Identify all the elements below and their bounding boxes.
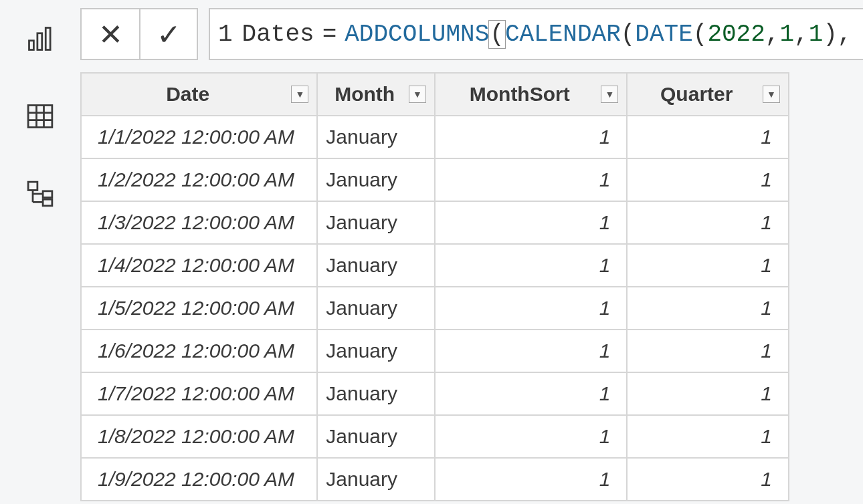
cell-monthsort[interactable]: 1 [436,330,628,373]
cell-quarter[interactable]: 1 [628,159,789,202]
report-view-icon[interactable] [21,20,59,57]
cell-quarter[interactable]: 1 [628,459,789,501]
open-paren: ( [488,20,506,49]
cell-date[interactable]: 1/7/2022 12:00:00 AM [82,373,318,416]
cell-monthsort[interactable]: 1 [436,159,628,202]
svg-rect-8 [28,182,37,190]
cell-monthsort[interactable]: 1 [436,459,628,501]
fn-addcolumns: ADDCOLUMNS [345,21,489,48]
arg-year: 2022 [707,21,765,48]
cell-monthsort[interactable]: 1 [436,116,628,159]
svg-rect-3 [28,106,52,128]
commit-button[interactable]: ✓ [139,9,197,59]
model-view-icon[interactable] [21,175,59,213]
cancel-button[interactable]: ✕ [82,9,139,59]
column-header-date[interactable]: Date ▼ [82,74,318,116]
view-sidebar [0,0,80,504]
formula-confirm-buttons: ✕ ✓ [80,8,198,60]
formula-bar[interactable]: 1 Dates = ADDCOLUMNS(CALENDAR(DATE(2022,… [209,8,863,60]
cell-quarter[interactable]: 1 [628,245,789,287]
cell-date[interactable]: 1/2/2022 12:00:00 AM [82,159,318,202]
cell-date[interactable]: 1/3/2022 12:00:00 AM [82,202,318,245]
table-header-row: Date ▼ Month ▼ MonthSort ▼ Quarter ▼ [82,74,789,116]
table-identifier: Dates [242,21,314,48]
check-icon: ✓ [157,17,181,51]
cell-monthsort[interactable]: 1 [436,287,628,330]
table-row[interactable]: 1/8/2022 12:00:00 AMJanuary11 [82,416,789,459]
cell-month[interactable]: January [318,202,436,245]
close-icon: ✕ [98,17,123,51]
equals-sign: = [322,21,337,48]
cell-month[interactable]: January [318,159,436,202]
close-paren: ) [823,21,838,48]
chevron-down-icon[interactable]: ▼ [291,86,308,103]
table-row[interactable]: 1/1/2022 12:00:00 AMJanuary11 [82,116,789,159]
table-row[interactable]: 1/5/2022 12:00:00 AMJanuary11 [82,287,789,330]
column-header-month[interactable]: Month ▼ [318,74,436,116]
table-row[interactable]: 1/9/2022 12:00:00 AMJanuary11 [82,459,789,501]
chevron-down-icon[interactable]: ▼ [763,86,780,103]
cell-month[interactable]: January [318,330,436,373]
cell-monthsort[interactable]: 1 [436,202,628,245]
cell-month[interactable]: January [318,245,436,287]
cell-quarter[interactable]: 1 [628,416,789,459]
data-table: Date ▼ Month ▼ MonthSort ▼ Quarter ▼ 1/1… [80,72,789,501]
cell-date[interactable]: 1/1/2022 12:00:00 AM [82,116,318,159]
cell-month[interactable]: January [318,116,436,159]
open-paren: ( [693,21,708,48]
open-paren: ( [621,21,636,48]
cell-quarter[interactable]: 1 [628,287,789,330]
cell-quarter[interactable]: 1 [628,116,789,159]
cell-quarter[interactable]: 1 [628,202,789,245]
arg-day: 1 [809,21,824,48]
table-row[interactable]: 1/6/2022 12:00:00 AMJanuary11 [82,330,789,373]
svg-rect-10 [43,199,52,206]
line-number: 1 [218,21,233,48]
table-row[interactable]: 1/7/2022 12:00:00 AMJanuary11 [82,373,789,416]
svg-rect-1 [37,33,42,50]
cell-quarter[interactable]: 1 [628,330,789,373]
cell-monthsort[interactable]: 1 [436,373,628,416]
svg-rect-0 [29,41,34,50]
cell-month[interactable]: January [318,416,436,459]
data-view-icon[interactable] [21,98,59,135]
main-area: ✕ ✓ 1 Dates = ADDCOLUMNS(CALENDAR(DATE(2… [80,0,863,504]
table-row[interactable]: 1/4/2022 12:00:00 AMJanuary11 [82,245,789,287]
cell-date[interactable]: 1/9/2022 12:00:00 AM [82,459,318,501]
cell-monthsort[interactable]: 1 [436,416,628,459]
chevron-down-icon[interactable]: ▼ [409,86,426,103]
chevron-down-icon[interactable]: ▼ [601,86,618,103]
powerbi-data-view: ✕ ✓ 1 Dates = ADDCOLUMNS(CALENDAR(DATE(2… [0,0,863,504]
cell-month[interactable]: January [318,373,436,416]
cell-month[interactable]: January [318,459,436,501]
fn-date: DATE [635,21,692,48]
table-row[interactable]: 1/2/2022 12:00:00 AMJanuary11 [82,159,789,202]
cell-date[interactable]: 1/6/2022 12:00:00 AM [82,330,318,373]
arg-month: 1 [779,21,794,48]
fn-calendar: CALENDAR [505,21,621,48]
formula-bar-row: ✕ ✓ 1 Dates = ADDCOLUMNS(CALENDAR(DATE(2… [80,8,863,60]
trailing-comma: , [838,21,852,48]
table-body: 1/1/2022 12:00:00 AMJanuary111/2/2022 12… [82,116,789,501]
column-header-monthsort[interactable]: MonthSort ▼ [436,74,628,116]
cell-quarter[interactable]: 1 [628,373,789,416]
table-row[interactable]: 1/3/2022 12:00:00 AMJanuary11 [82,202,789,245]
column-header-quarter[interactable]: Quarter ▼ [628,74,789,116]
svg-rect-9 [43,191,52,198]
cell-date[interactable]: 1/4/2022 12:00:00 AM [82,245,318,287]
cell-date[interactable]: 1/8/2022 12:00:00 AM [82,416,318,459]
svg-rect-2 [45,28,50,50]
cell-date[interactable]: 1/5/2022 12:00:00 AM [82,287,318,330]
cell-month[interactable]: January [318,287,436,330]
cell-monthsort[interactable]: 1 [436,245,628,287]
